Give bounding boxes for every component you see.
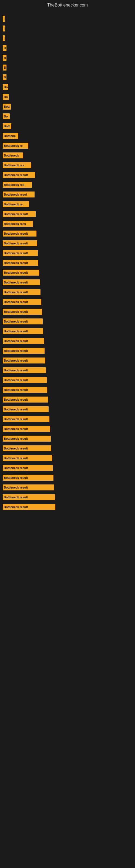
bar-label: Bottleneck result [4,320,28,323]
bar-item: B [3,55,6,61]
bar-label: Bottleneck result [4,417,28,421]
bar-label: Bottleneck result [4,496,28,499]
bar-label: Bott [4,124,10,128]
bar-item: Bottleneck result [3,475,53,480]
bar-row: Bottleneck result [3,464,132,472]
bar-item: Bottleneck re [3,143,28,149]
bar-label: Bo [4,115,8,118]
bar-item: B [3,74,6,80]
bar-label: Bottleneck result [4,359,28,362]
bar-row: Bottleneck result [3,307,132,316]
bar-item: | [3,26,5,31]
bar-row: B [3,44,132,52]
bar-row: Bottleneck [3,151,132,160]
bar-item: Bottleneck result [3,377,47,383]
bar-label: Bottleneck res [4,163,24,167]
bar-row: Bott [3,122,132,130]
bar-item: Bottleneck result [3,416,49,422]
bar-item: Bottleneck resu [3,221,33,227]
bar-label: B [4,66,6,69]
bar-item: Bo [3,113,10,119]
bar-row: Bottleneck result [3,395,132,404]
bar-label: Bottleneck result [4,251,28,255]
bar-label: | [4,37,5,40]
bar-item: Bottleneck result [3,250,38,256]
bar-label: B [4,46,6,50]
bar-row: B [3,63,132,72]
bar-row: Bottleneck result [3,288,132,297]
bar-label: Bottleneck result [4,290,28,294]
bar-row: Bottleneck resul [3,190,132,199]
bar-item: Bottleneck result [3,455,52,461]
bar-row: Bottleneck re [3,141,132,150]
bar-row: Bottleneck result [3,503,132,511]
bar-item: Bottleneck result [3,240,37,246]
bar-item: Bott [3,123,11,129]
bar-item: Bottleneck result [3,358,45,364]
bar-row: Bottleneck result [3,493,132,501]
bar-row: Bottleneck result [3,317,132,326]
bar-label: Bottleneck result [4,398,28,401]
bar-label: Bottleneck result [4,242,28,245]
bar-label: Bottleneck result [4,476,28,479]
bar-row: Bottleneck result [3,210,132,218]
bar-label: Bottleneck re [4,144,23,147]
bar-row: Bottleneck result [3,170,132,179]
bar-label: Bottleneck [4,154,19,157]
bar-item: B [3,45,6,51]
bar-label: Bott [4,105,10,108]
bar-row: Bottleneck result [3,258,132,267]
bar-label: Bottleneck result [4,447,28,450]
site-title: TheBottlenecker.com [0,0,135,9]
bar-row: | [3,14,132,23]
bar-label: Bottleneck resul [4,193,27,196]
bar-label: | [4,17,5,20]
bar-row: Bottleneck result [3,415,132,424]
bar-row: B [3,54,132,62]
bar-label: Bottleneck result [4,466,28,469]
bar-label: Bo [4,86,8,89]
bar-label: Bottlene [4,134,16,137]
bar-row: | [3,34,132,42]
bar-row: Bottleneck result [3,356,132,365]
bar-label: Bottleneck result [4,271,28,274]
bar-label: Bottleneck result [4,388,28,392]
bar-item: Bo [3,84,8,90]
bar-item: Bottleneck result [3,485,54,490]
bar-row: Bott [3,102,132,111]
bar-row: Bottleneck result [3,239,132,248]
bar-label: Bottleneck result [4,330,28,333]
bar-item: Bottleneck result [3,406,49,412]
bar-item: Bottleneck result [3,289,41,295]
bar-item: Bottleneck result [3,230,37,237]
bar-label: Bo [4,95,8,98]
bar-row: Bottleneck result [3,229,132,238]
bar-item: Bottleneck result [3,397,48,403]
bar-label: Bottleneck resu [4,222,26,225]
bar-item: Bottleneck result [3,348,45,354]
bar-label: Bottleneck result [4,427,28,431]
bar-item: Bott [3,104,11,110]
bar-row: Bottlene [3,131,132,140]
bar-item: Bottleneck result [3,445,51,452]
bar-label: Bottleneck result [4,310,28,313]
bar-item: | [3,35,5,41]
bar-row: | [3,24,132,33]
bar-label: Bottleneck result [4,437,28,440]
bar-label: Bottleneck result [4,232,28,235]
bar-label: Bottleneck result [4,339,28,343]
bar-label: | [4,27,5,30]
bar-row: Bo [3,112,132,121]
bar-row: B [3,73,132,82]
bar-item: Bottleneck result [3,211,36,217]
bar-item: Bottleneck result [3,279,40,285]
bar-label: Bottleneck result [4,261,28,265]
bar-item: B [3,65,6,70]
bar-item: Bottleneck [3,152,23,158]
bar-row: Bottleneck result [3,483,132,492]
bar-label: Bottleneck result [4,408,28,411]
bar-row: Bottleneck result [3,298,132,306]
bar-item: Bo [3,94,9,100]
bar-item: | [3,16,5,22]
bar-label: Bottleneck result [4,173,28,177]
